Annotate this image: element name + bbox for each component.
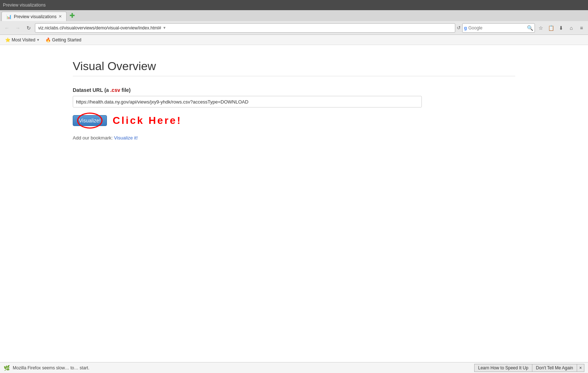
firefox-icon: 🌿 xyxy=(4,365,10,371)
tab-bar: 📊 Preview visualizations ✕ ✚ xyxy=(0,10,588,21)
active-tab[interactable]: 📊 Preview visualizations ✕ xyxy=(1,12,67,21)
bookmarks-bar: ⭐ Most Visited ▼ 🔥 Getting Started xyxy=(0,35,588,45)
tab-close-button[interactable]: ✕ xyxy=(59,14,62,19)
dont-tell-button[interactable]: Don't Tell Me Again xyxy=(532,364,577,372)
visualize-button[interactable]: Visualize! xyxy=(73,115,107,126)
visualize-button-wrapper: Visualize! xyxy=(73,115,107,126)
back-button[interactable]: ← xyxy=(2,23,12,33)
window-title: Preview visualizations xyxy=(3,3,45,8)
status-bar: 🌿 Mozilla Firefox seems slow… to… start.… xyxy=(0,362,588,373)
bookmark-icon[interactable]: 📋 xyxy=(547,24,555,32)
csv-label: .csv xyxy=(110,87,120,93)
dataset-label: Dataset URL (a .csv file) xyxy=(73,87,515,93)
nav-icons: ☆ 📋 ⬇ ⌂ ≡ xyxy=(536,24,586,32)
most-visited-icon: ⭐ xyxy=(5,37,11,42)
status-actions: Learn How to Speed It Up Don't Tell Me A… xyxy=(474,364,584,372)
most-visited-bookmark[interactable]: ⭐ Most Visited ▼ xyxy=(3,37,42,43)
visualize-row: Visualize! Click Here! xyxy=(73,115,515,126)
nav-bar: ← → ↻ viz.niclabs.cl/visualoverviews/dem… xyxy=(0,21,588,35)
getting-started-bookmark[interactable]: 🔥 Getting Started xyxy=(43,37,84,43)
search-input[interactable] xyxy=(468,25,526,31)
visualize-it-link[interactable]: Visualize it! xyxy=(114,135,138,141)
title-bar: Preview visualizations xyxy=(0,0,588,10)
download-icon[interactable]: ⬇ xyxy=(557,24,565,32)
url-text: viz.niclabs.cl/visualoverviews/demo/visu… xyxy=(38,25,161,31)
star-icon[interactable]: ☆ xyxy=(536,24,545,32)
dataset-url-input[interactable] xyxy=(73,96,422,108)
url-dropdown-arrow[interactable]: ▼ xyxy=(163,26,166,30)
home-icon[interactable]: ⌂ xyxy=(567,24,576,32)
tab-favicon: 📊 xyxy=(6,14,12,19)
url-container: viz.niclabs.cl/visualoverviews/demo/visu… xyxy=(35,23,461,33)
menu-icon[interactable]: ≡ xyxy=(577,24,586,32)
search-bar[interactable]: g 🔍 xyxy=(462,23,535,33)
url-bar[interactable]: viz.niclabs.cl/visualoverviews/demo/visu… xyxy=(35,23,455,33)
google-g-icon: g xyxy=(464,25,467,31)
page-title: Visual Overview xyxy=(73,60,515,76)
tab-title: Preview visualizations xyxy=(14,14,56,19)
most-visited-label: Most Visited xyxy=(12,37,35,42)
refresh-button[interactable]: ↻ xyxy=(24,23,33,33)
most-visited-arrow: ▼ xyxy=(36,38,40,42)
content-area: Visual Overview Dataset URL (a .csv file… xyxy=(0,45,588,362)
url-refresh-icon[interactable]: ↺ xyxy=(457,25,461,31)
getting-started-icon: 🔥 xyxy=(45,37,51,42)
click-here-label: Click Here! xyxy=(113,115,182,126)
getting-started-label: Getting Started xyxy=(52,37,81,42)
forward-button[interactable]: → xyxy=(13,23,23,33)
status-message: Mozilla Firefox seems slow… to… start. xyxy=(13,365,471,370)
learn-speed-button[interactable]: Learn How to Speed It Up xyxy=(474,364,532,372)
bookmark-prompt: Add our bookmark: Visualize it! xyxy=(73,135,515,141)
status-close-button[interactable]: × xyxy=(577,364,584,372)
new-tab-button[interactable]: ✚ xyxy=(68,12,76,20)
search-icon[interactable]: 🔍 xyxy=(527,25,533,31)
form-section: Dataset URL (a .csv file) xyxy=(73,87,515,108)
